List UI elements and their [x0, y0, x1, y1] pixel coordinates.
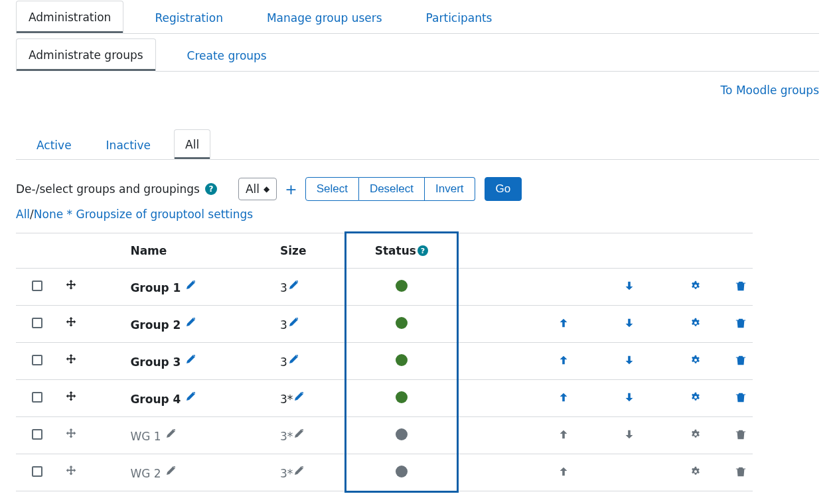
group-name: Group 1 [130, 281, 181, 294]
group-name: WG 2 [130, 467, 161, 480]
legend-all-link[interactable]: All [16, 208, 30, 221]
move-up-icon[interactable] [557, 391, 570, 404]
settings-icon[interactable] [689, 391, 702, 404]
delete-icon[interactable] [734, 428, 747, 441]
row-checkbox[interactable] [32, 281, 42, 291]
select-button-group: Select Deselect Invert [305, 177, 475, 201]
delete-icon[interactable] [734, 316, 747, 330]
edit-size-icon[interactable] [287, 353, 301, 367]
tab-administrate-groups[interactable]: Administrate groups [16, 38, 156, 72]
move-down-icon[interactable] [623, 428, 636, 441]
group-name: Group 4 [130, 393, 181, 406]
edit-name-icon[interactable] [185, 391, 198, 404]
status-dot[interactable] [396, 466, 408, 477]
edit-name-icon[interactable] [185, 316, 198, 330]
move-up-icon[interactable] [557, 465, 570, 478]
move-icon[interactable] [64, 428, 78, 441]
groups-table: Name Size Status ? Group 1 3Group 2 3Gro… [16, 233, 753, 491]
settings-icon[interactable] [689, 428, 702, 441]
move-down-icon[interactable] [623, 391, 636, 404]
group-size: 3* [280, 430, 293, 443]
table-row: Group 3 3 [16, 343, 753, 380]
filter-tab-all[interactable]: All [174, 129, 210, 160]
row-checkbox[interactable] [32, 318, 42, 328]
status-help-icon[interactable]: ? [418, 245, 428, 256]
delete-icon[interactable] [734, 391, 747, 404]
group-size: 3* [280, 393, 293, 406]
move-down-icon[interactable] [623, 316, 636, 330]
move-down-icon[interactable] [623, 279, 636, 292]
move-up-icon[interactable] [557, 353, 570, 367]
move-up-icon[interactable] [557, 428, 570, 441]
delete-icon[interactable] [734, 465, 747, 478]
row-checkbox[interactable] [32, 355, 42, 365]
th-status-label: Status [375, 244, 416, 257]
table-row: Group 4 3* [16, 380, 753, 417]
legend-note[interactable]: * Groupsize of grouptool settings [63, 208, 253, 221]
invert-button[interactable]: Invert [425, 177, 475, 201]
help-icon[interactable]: ? [205, 183, 217, 195]
move-up-icon[interactable] [557, 316, 570, 330]
edit-size-icon[interactable] [293, 391, 306, 404]
group-size: 3 [280, 318, 287, 332]
move-icon[interactable] [64, 465, 78, 478]
move-icon[interactable] [64, 391, 78, 404]
table-row: WG 2 3* [16, 454, 753, 491]
move-icon[interactable] [64, 279, 78, 292]
move-icon[interactable] [64, 316, 78, 330]
group-name: Group 3 [130, 355, 181, 369]
edit-name-icon[interactable] [165, 465, 178, 478]
edit-name-icon[interactable] [185, 279, 198, 292]
legend-none-link[interactable]: None [34, 208, 63, 221]
group-size: 3 [280, 355, 287, 369]
secondary-tabs: Administrate groupsCreate groups [16, 38, 819, 72]
table-row: Group 2 3 [16, 306, 753, 343]
row-checkbox[interactable] [32, 466, 42, 477]
tab-participants[interactable]: Participants [414, 1, 505, 34]
edit-size-icon[interactable] [287, 316, 301, 330]
delete-icon[interactable] [734, 279, 747, 292]
go-button[interactable]: Go [485, 177, 522, 201]
status-dot[interactable] [396, 391, 408, 403]
row-checkbox[interactable] [32, 429, 42, 440]
group-size: 3 [280, 281, 287, 294]
th-name: Name [125, 233, 275, 269]
tab-administration[interactable]: Administration [16, 1, 123, 34]
tab-create-groups[interactable]: Create groups [175, 39, 279, 72]
status-dot[interactable] [396, 354, 408, 366]
group-size: 3* [280, 467, 293, 480]
th-size: Size [275, 233, 348, 269]
edit-size-icon[interactable] [287, 279, 301, 292]
toolbar-label: De-/select groups and groupings [16, 182, 200, 196]
move-down-icon[interactable] [623, 353, 636, 367]
edit-name-icon[interactable] [165, 428, 178, 441]
grouping-select-value: All [246, 182, 260, 196]
edit-size-icon[interactable] [293, 428, 306, 441]
legend: All/None * Groupsize of grouptool settin… [16, 208, 819, 221]
filter-tab-active[interactable]: Active [25, 130, 83, 160]
settings-icon[interactable] [689, 353, 702, 367]
select-button[interactable]: Select [305, 177, 359, 201]
primary-tabs: AdministrationRegistrationManage group u… [16, 0, 819, 34]
settings-icon[interactable] [689, 316, 702, 330]
filter-tab-inactive[interactable]: Inactive [95, 130, 162, 160]
move-icon[interactable] [64, 353, 78, 367]
grouping-select[interactable]: All ◆ [238, 178, 277, 200]
edit-size-icon[interactable] [293, 465, 306, 478]
row-checkbox[interactable] [32, 392, 42, 403]
settings-icon[interactable] [689, 465, 702, 478]
edit-name-icon[interactable] [185, 353, 198, 367]
add-icon[interactable]: + [282, 181, 299, 198]
delete-icon[interactable] [734, 353, 747, 367]
settings-icon[interactable] [689, 279, 702, 292]
deselect-button[interactable]: Deselect [359, 177, 425, 201]
to-moodle-groups-link[interactable]: To Moodle groups [721, 84, 819, 97]
toolbar: De-/select groups and groupings ? All ◆ … [16, 177, 819, 201]
status-dot[interactable] [396, 317, 408, 329]
status-dot[interactable] [396, 280, 408, 292]
group-name: Group 2 [130, 318, 181, 332]
tab-manage-group-users[interactable]: Manage group users [254, 1, 395, 34]
th-status: Status ? [348, 233, 455, 269]
tab-registration[interactable]: Registration [142, 1, 236, 34]
status-dot[interactable] [396, 428, 408, 440]
